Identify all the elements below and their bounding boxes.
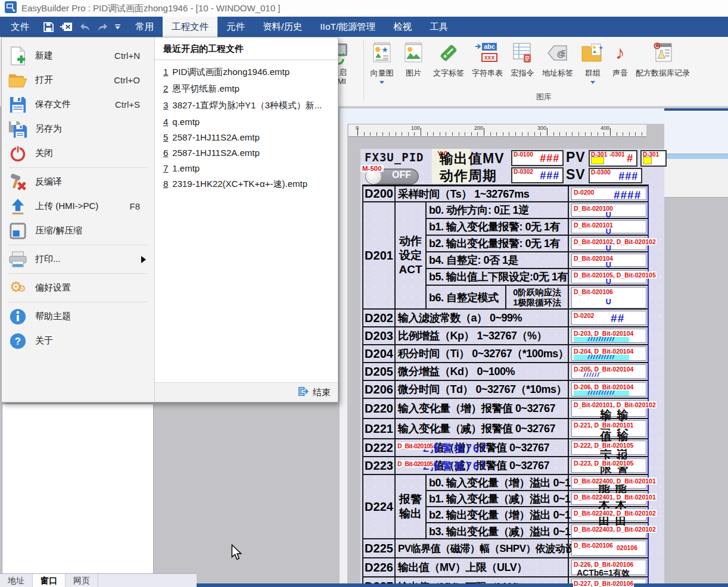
menu-item-upload[interactable]: 上传 (HMI->PC) F8 <box>2 194 154 218</box>
register-cell[interactable]: D204 <box>363 345 396 362</box>
menu-item-about[interactable]: ? 关于 <box>2 329 154 353</box>
group-library-button[interactable]: ★ 群组 <box>578 38 608 84</box>
menu-item-open[interactable]: 打开 Ctrl+O <box>2 68 154 92</box>
register-cell[interactable]: D221 <box>363 419 396 438</box>
chevron-down-icon[interactable] <box>590 81 595 84</box>
desc-cell[interactable]: b2. 输出变化量报警: 0无 1有 <box>427 236 569 251</box>
menu-item-save-as[interactable]: 另存为 <box>2 117 154 141</box>
tab-file[interactable]: 文件 <box>0 17 40 37</box>
desc-cell[interactable]: 比例增益（Kp） 1~32767（%） <box>396 327 569 344</box>
register-cell[interactable]: D206 <box>363 381 396 398</box>
mode-cell[interactable]: 0阶跃响应法 1极限循环法 <box>506 286 569 310</box>
desc-cell[interactable]: 输入滤波常数（a） 0~99% <box>396 310 569 326</box>
picture-button[interactable]: 图片 <box>399 38 428 84</box>
menu-item-print[interactable]: 打印... <box>2 247 154 271</box>
addr-cell[interactable]: D-0200 #### <box>570 186 648 201</box>
desc-cell[interactable]: b2. 输出变化量（增）溢出 0~1 <box>427 507 569 522</box>
desc-cell[interactable]: 输出值（MV）上限（ULV） <box>396 558 569 576</box>
register-cell[interactable]: D222 <box>363 439 396 456</box>
desc-cell[interactable]: b3. 输出变化量（减）溢出 0~1 <box>427 523 569 539</box>
recent-file-item[interactable]: 2恩平切纸新.emtp <box>155 80 338 97</box>
pv2-value-box[interactable]: D-301 <box>640 150 667 167</box>
menu-item-preferences[interactable]: ⚙⚙ 偏好设置 <box>2 276 154 300</box>
menu-item-close[interactable]: 关闭 <box>2 141 154 166</box>
desc-cell[interactable]: 微分时间（Td） 0~32767（*10ms） <box>396 381 569 398</box>
recipe-database-button[interactable]: 配方数据库记录 <box>633 38 693 84</box>
register-cell[interactable]: D200 <box>363 186 396 201</box>
recent-file-item[interactable]: 33827-1直焊为脉冲Y1（3种模式）新... <box>155 97 338 114</box>
addr-cell[interactable]: D-204, D_Bit-020104 ////////// <box>570 345 648 362</box>
addr-cell[interactable]: D_Bit-020105, D_Bit-020105 ∪ <box>570 269 648 285</box>
sv-label[interactable]: SV <box>566 167 586 183</box>
save-quick-icon[interactable] <box>43 22 54 32</box>
sound-button[interactable]: ♪ 声音 <box>609 38 631 84</box>
menu-item-save[interactable]: 保存文件 Ctrl+S <box>2 92 154 117</box>
register-cell[interactable]: D226 <box>363 558 396 576</box>
pv-label[interactable]: PV <box>566 149 586 166</box>
addr-cell[interactable]: D-0202 ## <box>570 310 648 326</box>
window-list-panel[interactable] <box>2 404 154 574</box>
desc-cell[interactable]: 输入变化量（减）报警值 0~32767 <box>396 419 569 438</box>
addr-cell[interactable]: D_Bit-020106 ∪ <box>570 286 648 310</box>
addr-cell[interactable]: D-205, D_Bit-020104 ////// <box>570 363 648 380</box>
mv-value-box[interactable]: D-0100 ### <box>511 150 564 166</box>
chevron-down-icon[interactable] <box>379 81 384 84</box>
pv-value-box[interactable]: D-301 -0301 # <box>589 150 637 167</box>
register-cell[interactable]: D203 <box>363 327 396 344</box>
desc-cell[interactable]: b0. 输入变化量（增）溢出 0~1 <box>427 475 569 490</box>
desc-cell[interactable]: b5. 输出值上下限设定:0无 1有 <box>427 269 569 285</box>
register-cell[interactable]: D223 <box>363 457 396 474</box>
addr-cell[interactable]: D_Bit-020101 ∪ <box>570 219 648 235</box>
tab-object[interactable]: 元件 <box>217 17 254 37</box>
register-cell[interactable]: D220 <box>363 399 396 418</box>
tab-tool[interactable]: 工具 <box>421 17 457 37</box>
redo-icon[interactable] <box>97 23 108 32</box>
recent-file-item[interactable]: 4q.emtp <box>155 114 338 129</box>
addr-cell[interactable]: D-206, D_Bit-020104 ////////// <box>570 381 648 398</box>
tab-common[interactable]: 常用 <box>126 17 163 37</box>
string-table-button[interactable]: abcxxx 字符串表 <box>469 38 506 84</box>
desc-cell[interactable]: b1. 输入变化量（减）溢出 0~1 <box>427 491 569 506</box>
register-cell[interactable]: D224 <box>363 475 396 538</box>
tab-address[interactable]: 地址 <box>0 574 33 587</box>
exit-button[interactable]: 结束 <box>313 387 331 398</box>
desc-cell-overlapped[interactable]: D_Bit-020105 2报警值767 值（减）报警值 0~32767 <box>396 457 569 474</box>
group-cell[interactable]: 报警 输出 <box>396 475 427 538</box>
tab-view[interactable]: 检视 <box>384 17 421 37</box>
addr-cell[interactable]: D_Bit-020100 ∪ <box>570 202 648 218</box>
recent-file-item[interactable]: 82319-1HK22(XC+TK+α+-速).emtp <box>155 176 338 192</box>
register-cell[interactable]: D205 <box>363 363 396 380</box>
register-cell[interactable]: D201 <box>363 202 396 308</box>
recent-file-item[interactable]: 52587-1HJ11S2A.emtp <box>155 129 338 145</box>
sv-value-box[interactable]: D-0300 ### <box>589 168 642 183</box>
vector-graphic-button[interactable]: ★ 向量图 <box>367 38 397 84</box>
desc-cell[interactable]: b4. 自整定: 0否 1是 <box>427 252 569 268</box>
desc-cell[interactable]: b0. 动作方向: 0正 1逆 <box>427 202 569 218</box>
desc-cell[interactable]: 微分增益（Kd） 0~100% <box>396 363 569 380</box>
quick-access-dropdown-icon[interactable] <box>115 24 120 29</box>
addr-cell[interactable]: D-203, D_Bit-020104 ////////// <box>570 327 648 344</box>
tab-window[interactable]: 窗口 <box>33 574 66 587</box>
menu-item-new[interactable]: 新建 Ctrl+N <box>2 43 154 68</box>
recent-file-item[interactable]: 62587-1HJ11S2A.emtp <box>155 145 338 160</box>
undo-icon[interactable] <box>79 23 91 32</box>
register-cell[interactable]: D225 <box>363 539 396 557</box>
menu-item-help[interactable]: 帮助主题 <box>2 304 154 329</box>
cycle-value-box[interactable]: D-0302 ### <box>511 167 564 183</box>
tab-webpage[interactable]: 网页 <box>66 574 98 587</box>
desc-cell[interactable]: 采样时间（Ts） 1~32767ms <box>396 186 569 201</box>
addr-cell[interactable]: D_Bit-020104 ∪ <box>570 252 648 268</box>
addr-cell[interactable]: D_Bit-020102, D_Bit-020102 ∪ <box>570 236 648 251</box>
address-tag-button[interactable]: @ 地址标签 <box>539 38 576 84</box>
desc-cell-overlapped[interactable]: D_Bit-020105 2报警值767 值（增）报警值 0~32767 <box>396 439 569 456</box>
recent-file-item[interactable]: 71.emtp <box>155 160 338 176</box>
compile-export-icon[interactable] <box>60 22 73 32</box>
plc-title-text[interactable]: FX3U_PID <box>365 151 424 164</box>
addr-cell[interactable]: D-226, D_Bit-020106 ACTb6=1有效 <box>570 558 648 576</box>
desc-cell[interactable]: 积分时间（Ti） 0~32767（*100ms） <box>396 345 569 362</box>
addr-cell[interactable]: D_Bit-020106 020106 <box>570 539 648 557</box>
desc-cell[interactable]: b1. 输入变化量报警: 0无 1有 <box>427 219 569 235</box>
design-canvas[interactable]: FX3U_PID Y-0 M-500 OFF 输出值MV 动作周期 PV SV … <box>360 149 664 587</box>
tab-project-file[interactable]: 工程文件 <box>163 17 217 37</box>
cycle-row-label[interactable]: 动作周期 <box>440 167 497 185</box>
